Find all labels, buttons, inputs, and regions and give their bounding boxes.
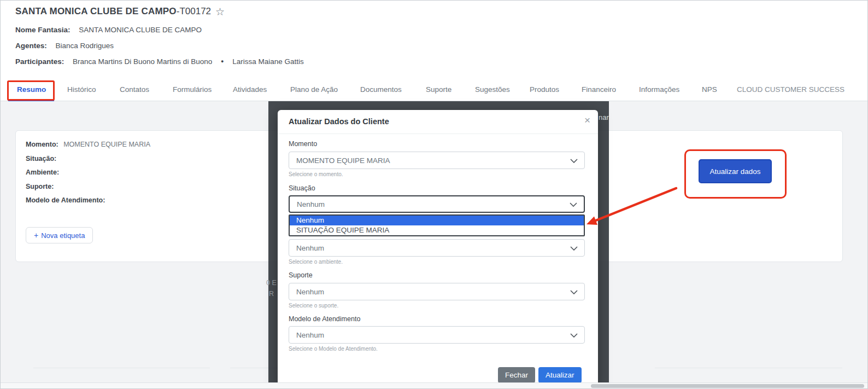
atualizar-dados-modal: Atualizar Dados do Cliente × Momento MOM… [278, 110, 598, 386]
bullet-separator-icon: ● [221, 59, 224, 64]
modelo-atendimento-helper: Selecione o Modelo de Atendimento. [289, 346, 378, 352]
suporte-select-value: Nenhum [296, 288, 324, 296]
chevron-down-icon [570, 290, 578, 294]
situacao-summary-label: Situação: [26, 155, 56, 162]
tab-documentos[interactable]: Documentos [360, 85, 402, 94]
obscured-text-fragment: 0 E [266, 279, 277, 287]
ambiente-helper: Selecione o ambiente. [289, 259, 343, 265]
nome-fantasia-label: Nome Fantasia: [15, 26, 71, 34]
momento-helper: Selecione o momento. [289, 171, 343, 177]
tab-historico[interactable]: Histórico [67, 85, 96, 94]
momento-label: Momento [289, 140, 317, 148]
tab-atividades[interactable]: Atividades [233, 85, 267, 94]
nova-etiqueta-label: Nova etiqueta [41, 231, 85, 240]
momento-summary-value: MOMENTO EQUIPE MARIA [63, 141, 150, 148]
momento-select-value: MOMENTO EQUIPE MARIA [296, 156, 390, 165]
section-divider [655, 368, 842, 368]
momento-summary: Momento: MOMENTO EQUIPE MARIA [26, 141, 150, 148]
modelo-atendimento-label: Modelo de Atendimento [289, 315, 360, 323]
obscured-text-fragment: nar [599, 113, 609, 121]
suporte-helper: Selecione o suporte. [289, 303, 338, 309]
situacao-summary: Situação: [26, 155, 60, 162]
tab-financeiro[interactable]: Financeiro [582, 85, 616, 94]
modelo-atendimento-summary-label: Modelo de Atendimento: [26, 196, 105, 204]
suporte-summary: Suporte: [26, 183, 57, 190]
atualizar-dados-button[interactable]: Atualizar dados [699, 159, 772, 183]
plus-icon: + [34, 231, 38, 240]
nome-fantasia-value: SANTA MONICA CLUBE DE CAMPO [79, 26, 202, 34]
close-icon[interactable]: × [584, 114, 590, 126]
agentes-row: Agentes: Bianca Rodrigues [15, 42, 114, 50]
ambiente-select[interactable]: Nenhum [289, 239, 585, 257]
nova-etiqueta-button[interactable]: + Nova etiqueta [26, 227, 93, 243]
situacao-label: Situação [289, 184, 315, 192]
page-title: SANTA MONICA CLUBE DE CAMPO [15, 6, 177, 17]
suporte-label: Suporte [289, 271, 313, 279]
tab-bar: Resumo Histórico Contatos Formulários At… [1, 77, 867, 101]
tab-resumo[interactable]: Resumo [17, 85, 46, 94]
tab-sugestoes[interactable]: Sugestões [475, 85, 510, 94]
tab-nps[interactable]: NPS [702, 85, 717, 94]
suporte-summary-label: Suporte: [26, 183, 54, 190]
chevron-down-icon [570, 202, 577, 207]
modal-title: Atualizar Dados do Cliente [289, 117, 389, 126]
agentes-value: Bianca Rodrigues [56, 42, 114, 50]
participantes-row: Participantes: Branca Martins Di Buono M… [15, 57, 304, 66]
obscured-text-fragment: R [269, 290, 274, 298]
dropdown-option-situacao-equipe-maria[interactable]: SITUAÇÃO EQUIPE MARIA [290, 225, 584, 235]
favorite-star-icon[interactable]: ☆ [215, 7, 225, 17]
participante-1: Branca Martins Di Buono Martins di Buono [73, 57, 212, 66]
tab-contatos[interactable]: Contatos [120, 85, 149, 94]
chevron-down-icon [570, 246, 578, 251]
ambiente-summary-label: Ambiente: [26, 169, 59, 176]
nome-fantasia-row: Nome Fantasia: SANTA MONICA CLUBE DE CAM… [15, 26, 202, 34]
momento-select[interactable]: MOMENTO EQUIPE MARIA [289, 152, 585, 169]
fechar-button[interactable]: Fechar [498, 367, 535, 383]
modelo-atendimento-select[interactable]: Nenhum [289, 326, 585, 344]
crm-client-page: SANTA MONICA CLUBE DE CAMPO -T00172 ☆ No… [0, 0, 868, 389]
situacao-dropdown-list: Nenhum SITUAÇÃO EQUIPE MARIA [289, 214, 585, 236]
situacao-select[interactable]: Nenhum [289, 195, 585, 213]
tab-plano-de-acao[interactable]: Plano de Ação [290, 85, 338, 94]
tab-informacoes[interactable]: Informações [639, 85, 679, 94]
section-divider [33, 368, 210, 368]
client-title-row: SANTA MONICA CLUBE DE CAMPO -T00172 ☆ [15, 6, 225, 17]
chevron-down-icon [570, 159, 578, 163]
suporte-select[interactable]: Nenhum [289, 283, 585, 300]
ambiente-select-value: Nenhum [296, 244, 324, 252]
tab-suporte[interactable]: Suporte [426, 85, 451, 94]
situacao-select-value: Nenhum [297, 200, 325, 208]
participantes-label: Participantes: [15, 57, 64, 66]
horizontal-scrollbar [1, 382, 867, 388]
client-code: -T00172 [177, 6, 211, 17]
participante-2: Larissa Maiane Gattis [232, 57, 304, 66]
modelo-atendimento-select-value: Nenhum [296, 331, 324, 339]
momento-summary-label: Momento: [26, 141, 58, 148]
modal-header: Atualizar Dados do Cliente × [278, 110, 598, 134]
tab-cloud-customer-success[interactable]: CLOUD CUSTOMER SUCCESS [737, 85, 844, 94]
chevron-down-icon [570, 333, 578, 338]
ambiente-summary: Ambiente: [26, 169, 62, 176]
tab-formularios[interactable]: Formulários [173, 85, 212, 94]
horizontal-scrollbar-thumb[interactable] [591, 384, 864, 388]
atualizar-button[interactable]: Atualizar [538, 367, 582, 383]
agentes-label: Agentes: [15, 42, 47, 50]
modelo-atendimento-summary: Modelo de Atendimento: [26, 196, 108, 204]
dropdown-option-nenhum[interactable]: Nenhum [290, 216, 584, 225]
tab-produtos[interactable]: Produtos [530, 85, 559, 94]
